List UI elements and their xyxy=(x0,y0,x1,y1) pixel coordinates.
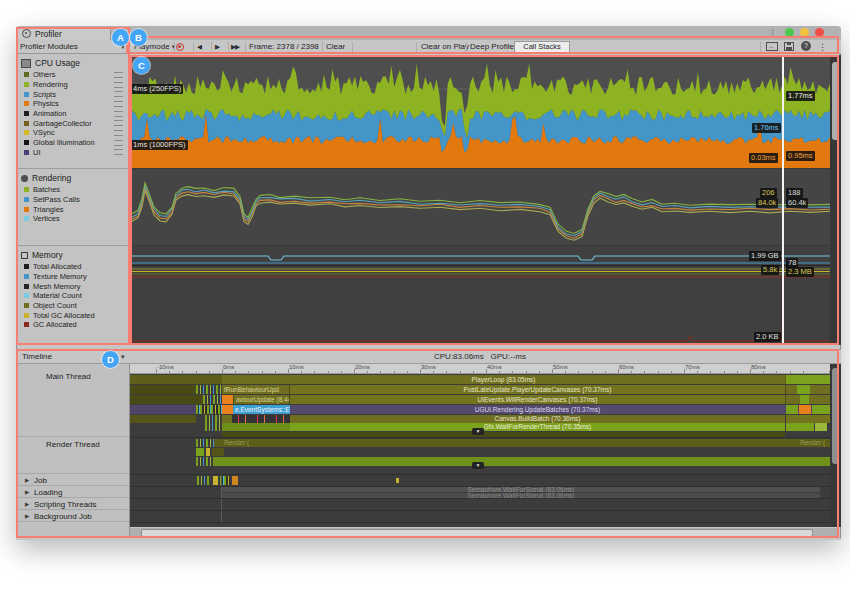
drag-handle-icon[interactable] xyxy=(114,72,123,78)
legend-item[interactable]: Scripts xyxy=(16,89,129,99)
call-stacks-button[interactable]: Call Stacks xyxy=(514,41,570,53)
module-section-header[interactable]: CPU Usage xyxy=(16,54,129,70)
module-section-header[interactable]: Memory xyxy=(16,246,129,262)
timeline-segment[interactable] xyxy=(786,405,798,414)
legend-item[interactable]: Global Illumination xyxy=(16,138,129,148)
legend-item[interactable]: Batches xyxy=(16,185,129,195)
timeline-bar[interactable]: PlayerLoop (83.05ms) xyxy=(222,375,785,384)
drag-handle-icon[interactable] xyxy=(114,120,123,126)
expand-marker-icon[interactable]: ▼ xyxy=(472,428,484,435)
timeline-bar[interactable]: PostLateUpdate.PlayerUpdateCanvases (70.… xyxy=(290,385,785,394)
timeline-segment[interactable] xyxy=(205,423,222,431)
legend-item[interactable]: VSync xyxy=(16,128,129,138)
chart-scrollbar-thumb[interactable] xyxy=(832,62,839,140)
timeline-bar[interactable]: Gfx.WaitForRenderThread (70.35ms) xyxy=(290,423,785,431)
window-control-light[interactable] xyxy=(815,28,824,37)
legend-item[interactable]: Physics xyxy=(16,99,129,109)
timeline-bar[interactable]: aviourUpdate (8.44 xyxy=(234,395,289,404)
timeline-segment[interactable] xyxy=(196,448,204,456)
memory-chart[interactable] xyxy=(130,245,830,345)
expand-arrow-icon[interactable]: ▶ xyxy=(25,489,29,495)
timeline-bar[interactable]: tRunBehaviourUpd xyxy=(222,385,289,394)
legend-item[interactable]: Total Allocated xyxy=(16,262,129,272)
timeline-chevron-down-icon[interactable]: ▾ xyxy=(121,349,125,364)
timeline-segment[interactable] xyxy=(197,476,211,485)
legend-item[interactable]: Mesh Memory xyxy=(16,281,129,291)
timeline-segment[interactable] xyxy=(812,405,830,414)
legend-item[interactable]: GarbageCollector xyxy=(16,118,129,128)
timeline-segment[interactable] xyxy=(799,405,811,414)
load-profile-icon[interactable]: ← xyxy=(766,42,778,51)
timeline-bar[interactable]: UGUI.Rendering.UpdateBatches (70.37ms) xyxy=(290,405,785,414)
thread-row-loading[interactable] xyxy=(16,486,129,498)
timeline-vscrollbar-thumb[interactable] xyxy=(832,368,839,464)
save-profile-icon[interactable] xyxy=(784,42,794,51)
drag-handle-icon[interactable] xyxy=(114,91,123,97)
legend-item[interactable]: Animation xyxy=(16,109,129,119)
timeline-segment[interactable] xyxy=(130,415,196,423)
deep-profile-button[interactable]: Deep Profile xyxy=(470,40,514,54)
drag-handle-icon[interactable] xyxy=(114,101,123,107)
timeline-segment[interactable] xyxy=(786,375,830,384)
clear-on-play-button[interactable]: Clear on Play xyxy=(421,40,469,54)
drag-handle-icon[interactable] xyxy=(114,111,123,117)
timeline-bar[interactable]: Render ( xyxy=(798,439,830,447)
timeline-segment[interactable] xyxy=(213,476,218,485)
rendering-chart[interactable] xyxy=(130,168,830,245)
timeline-segment[interactable] xyxy=(205,415,222,423)
timeline-dropdown[interactable]: Timeline xyxy=(22,349,52,364)
timeline-segment[interactable] xyxy=(815,423,827,431)
clear-button[interactable]: Clear xyxy=(326,40,345,54)
drag-handle-icon[interactable] xyxy=(114,82,123,88)
timeline-segment[interactable] xyxy=(196,439,214,447)
timeline-segment[interactable] xyxy=(196,385,222,394)
legend-item[interactable]: GC Allocated xyxy=(16,320,129,330)
drag-handle-icon[interactable] xyxy=(114,130,123,136)
drag-handle-icon[interactable] xyxy=(114,140,123,146)
thread-row-job[interactable] xyxy=(16,474,129,486)
titlebar-menu-icon[interactable]: ⋮ xyxy=(768,26,777,40)
tab-profiler[interactable]: Profiler xyxy=(17,27,111,40)
timeline-bar[interactable]: UIEvents.WillRenderCanvases (70.37ms) xyxy=(290,395,785,404)
legend-item[interactable]: Total GC Allocated xyxy=(16,310,129,320)
toolbar-menu-icon[interactable]: ⋮ xyxy=(818,40,827,54)
timeline-segment[interactable] xyxy=(786,423,814,431)
timeline-segment[interactable] xyxy=(196,457,212,466)
next-frame-button[interactable]: ▶ xyxy=(215,40,219,54)
legend-item[interactable]: Vertices xyxy=(16,214,129,224)
cpu-usage-chart[interactable] xyxy=(130,55,830,168)
timeline-segment[interactable] xyxy=(800,395,809,404)
timeline-segment[interactable] xyxy=(213,457,830,466)
timeline-segment[interactable] xyxy=(396,478,399,483)
timeline-segment[interactable] xyxy=(203,395,222,404)
window-control-light[interactable] xyxy=(800,28,809,37)
legend-item[interactable]: UI xyxy=(16,148,129,158)
timeline-segment[interactable] xyxy=(232,415,290,423)
timeline-segment[interactable] xyxy=(196,405,222,414)
expand-arrow-icon[interactable]: ▶ xyxy=(25,477,29,483)
timeline-segment[interactable] xyxy=(206,448,210,456)
timeline-hscrollbar-thumb[interactable] xyxy=(141,529,813,537)
timeline-bar[interactable]: e.EventSystems::Ev xyxy=(233,405,290,414)
drag-handle-icon[interactable] xyxy=(114,149,123,155)
record-button[interactable] xyxy=(176,43,184,51)
timeline-segment[interactable] xyxy=(222,415,232,423)
timeline-segment[interactable] xyxy=(232,476,238,485)
window-control-light[interactable] xyxy=(785,28,794,37)
expand-arrow-icon[interactable]: ▶ xyxy=(25,501,29,507)
timeline-segment[interactable] xyxy=(222,395,233,404)
legend-item[interactable]: Triangles xyxy=(16,204,129,214)
timeline-segment[interactable] xyxy=(797,385,810,394)
legend-item[interactable]: Material Count xyxy=(16,291,129,301)
timeline-bar[interactable]: Render ( xyxy=(214,439,830,447)
timeline-bar[interactable]: Semaphore.WaitForSignal (83.06ms) xyxy=(222,487,820,492)
timeline-segment[interactable] xyxy=(222,405,233,414)
legend-item[interactable]: Rendering xyxy=(16,80,129,90)
profiler-modules-dropdown[interactable]: Profiler Modules xyxy=(20,40,78,54)
last-frame-button[interactable]: ▶▶ xyxy=(231,40,239,54)
legend-item[interactable]: Object Count xyxy=(16,301,129,311)
expand-marker-icon[interactable]: ▼ xyxy=(472,462,484,469)
timeline-segment[interactable] xyxy=(786,415,830,423)
prev-frame-button[interactable]: ◀ xyxy=(197,40,201,54)
expand-arrow-icon[interactable]: ▶ xyxy=(25,513,29,519)
